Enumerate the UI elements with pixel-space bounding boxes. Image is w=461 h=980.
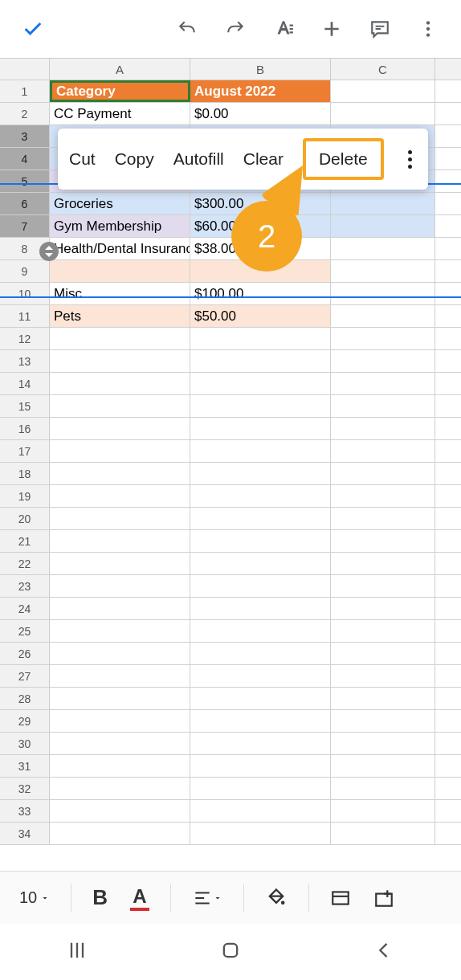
cell[interactable]: Groceries — [50, 193, 190, 214]
cell[interactable] — [50, 463, 190, 484]
row-header[interactable]: 1 — [0, 80, 50, 102]
cell[interactable] — [190, 665, 331, 687]
cell[interactable] — [190, 620, 331, 642]
cell[interactable] — [50, 260, 190, 282]
cell[interactable]: Gym Membership — [50, 215, 190, 237]
row-header[interactable]: 27 — [0, 665, 50, 687]
cell[interactable] — [190, 530, 331, 552]
cell[interactable] — [331, 665, 435, 687]
row-header[interactable]: 28 — [0, 688, 50, 709]
row-header[interactable]: 7 — [0, 215, 50, 237]
cell[interactable] — [331, 395, 435, 417]
cell[interactable] — [331, 530, 435, 552]
copy-button[interactable]: Copy — [115, 149, 154, 169]
recents-icon[interactable] — [66, 939, 88, 965]
cell[interactable] — [50, 373, 190, 394]
add-icon[interactable] — [315, 12, 349, 46]
cell[interactable] — [50, 710, 190, 732]
row-header[interactable]: 11 — [0, 305, 50, 327]
row-header[interactable]: 29 — [0, 710, 50, 732]
cell[interactable] — [190, 440, 331, 462]
cell[interactable]: August 2022 — [190, 80, 331, 102]
row-header[interactable]: 22 — [0, 553, 50, 574]
cell[interactable] — [50, 778, 190, 799]
font-size-dropdown[interactable]: 10 — [11, 888, 58, 907]
cell[interactable] — [190, 350, 331, 372]
cell[interactable]: Health/Dental Insuranc — [50, 238, 190, 259]
cell[interactable] — [331, 778, 435, 799]
row-header[interactable]: 24 — [0, 598, 50, 619]
cell[interactable] — [331, 418, 435, 439]
cell[interactable] — [331, 553, 435, 574]
row-header[interactable]: 31 — [0, 755, 50, 777]
cell[interactable] — [50, 508, 190, 529]
cell[interactable] — [331, 463, 435, 484]
cell[interactable] — [331, 755, 435, 777]
context-more-icon[interactable] — [403, 150, 417, 169]
col-header-c[interactable]: C — [331, 59, 435, 80]
align-button[interactable] — [184, 888, 230, 909]
row-header[interactable]: 23 — [0, 575, 50, 597]
cell[interactable] — [50, 800, 190, 822]
cell[interactable] — [190, 463, 331, 484]
cell[interactable] — [190, 485, 331, 507]
col-header-b[interactable]: B — [190, 59, 331, 80]
row-header[interactable]: 30 — [0, 733, 50, 754]
cell[interactable] — [190, 508, 331, 529]
cell[interactable] — [331, 283, 435, 304]
cell[interactable] — [50, 328, 190, 349]
cell[interactable] — [331, 193, 435, 214]
cell[interactable] — [190, 553, 331, 574]
cell[interactable] — [331, 485, 435, 507]
cell[interactable] — [50, 643, 190, 664]
row-header[interactable]: 18 — [0, 463, 50, 484]
bold-button[interactable]: B — [84, 885, 116, 910]
row-header[interactable]: 4 — [0, 148, 50, 169]
cell[interactable] — [331, 215, 435, 237]
cell[interactable]: Misc — [50, 283, 190, 304]
cell[interactable] — [331, 508, 435, 529]
cell[interactable] — [331, 440, 435, 462]
cell[interactable] — [190, 643, 331, 664]
row-header[interactable]: 6 — [0, 193, 50, 214]
cell[interactable] — [50, 395, 190, 417]
row-header[interactable]: 14 — [0, 373, 50, 394]
cell[interactable] — [50, 553, 190, 574]
cell[interactable] — [50, 485, 190, 507]
cell[interactable]: Pets — [50, 305, 190, 327]
cell[interactable] — [331, 643, 435, 664]
cell[interactable]: $38.00 — [190, 238, 331, 259]
row-header[interactable]: 25 — [0, 620, 50, 642]
cell[interactable] — [331, 350, 435, 372]
cell[interactable] — [331, 328, 435, 349]
delete-button[interactable]: Delete — [303, 138, 384, 180]
autofill-button[interactable]: Autofill — [173, 149, 224, 169]
row-header[interactable]: 34 — [0, 823, 50, 844]
insert-button[interactable] — [365, 888, 402, 909]
row-header[interactable]: 15 — [0, 395, 50, 417]
cell[interactable] — [190, 823, 331, 844]
cell[interactable] — [331, 620, 435, 642]
cell[interactable] — [190, 260, 331, 282]
more-vert-icon[interactable] — [411, 12, 445, 46]
row-header[interactable]: 17 — [0, 440, 50, 462]
cell[interactable] — [50, 620, 190, 642]
cell[interactable] — [331, 823, 435, 844]
cell[interactable] — [331, 598, 435, 619]
row-header[interactable]: 16 — [0, 418, 50, 439]
cell[interactable]: $60.00 — [190, 215, 331, 237]
cell[interactable] — [331, 710, 435, 732]
cell[interactable] — [331, 733, 435, 754]
cell[interactable] — [331, 238, 435, 259]
cell[interactable] — [50, 575, 190, 597]
redo-icon[interactable] — [218, 12, 252, 46]
row-resize-handle-icon[interactable] — [39, 242, 59, 261]
cell[interactable] — [331, 575, 435, 597]
cell[interactable] — [190, 778, 331, 799]
cell[interactable]: CC Payment — [50, 103, 190, 125]
cell[interactable] — [50, 823, 190, 844]
undo-icon[interactable] — [170, 12, 204, 46]
clear-button[interactable]: Clear — [243, 149, 284, 169]
cell[interactable] — [190, 800, 331, 822]
col-header-a[interactable]: A — [50, 59, 190, 80]
